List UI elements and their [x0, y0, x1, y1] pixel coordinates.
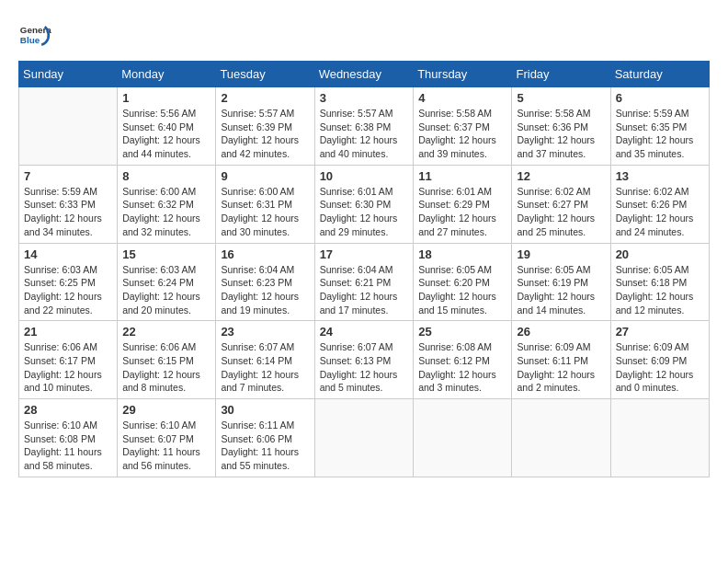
- weekday-header-saturday: Saturday: [610, 62, 709, 87]
- weekday-header-friday: Friday: [512, 62, 610, 87]
- day-number: 8: [122, 169, 210, 183]
- day-number: 28: [24, 403, 112, 417]
- day-number: 2: [221, 91, 309, 105]
- day-detail: Sunrise: 6:05 AM Sunset: 6:18 PM Dayligh…: [616, 263, 704, 317]
- calendar-cell: 9Sunrise: 6:00 AM Sunset: 6:31 PM Daylig…: [216, 165, 314, 243]
- calendar-cell: 25Sunrise: 6:08 AM Sunset: 6:12 PM Dayli…: [414, 321, 512, 399]
- weekday-header-monday: Monday: [118, 62, 216, 87]
- day-number: 16: [221, 247, 309, 261]
- day-detail: Sunrise: 6:09 AM Sunset: 6:09 PM Dayligh…: [616, 340, 704, 395]
- day-detail: Sunrise: 5:56 AM Sunset: 6:40 PM Dayligh…: [122, 107, 210, 161]
- day-detail: Sunrise: 6:10 AM Sunset: 6:07 PM Dayligh…: [122, 419, 210, 473]
- day-detail: Sunrise: 6:00 AM Sunset: 6:31 PM Dayligh…: [221, 185, 309, 239]
- day-number: 17: [320, 247, 409, 261]
- day-number: 4: [418, 91, 506, 105]
- weekday-header-thursday: Thursday: [414, 62, 512, 87]
- calendar-cell: 6Sunrise: 5:59 AM Sunset: 6:35 PM Daylig…: [610, 87, 709, 166]
- day-number: 7: [24, 169, 112, 183]
- calendar-cell: [610, 399, 709, 477]
- calendar-cell: 7Sunrise: 5:59 AM Sunset: 6:33 PM Daylig…: [19, 165, 118, 243]
- day-detail: Sunrise: 6:03 AM Sunset: 6:25 PM Dayligh…: [24, 263, 112, 317]
- day-detail: Sunrise: 6:11 AM Sunset: 6:06 PM Dayligh…: [221, 419, 309, 473]
- day-detail: Sunrise: 5:59 AM Sunset: 6:35 PM Dayligh…: [616, 107, 704, 161]
- day-detail: Sunrise: 6:04 AM Sunset: 6:23 PM Dayligh…: [221, 263, 309, 317]
- day-number: 25: [418, 325, 506, 339]
- logo-icon: General Blue: [18, 18, 51, 52]
- calendar-week-row: 7Sunrise: 5:59 AM Sunset: 6:33 PM Daylig…: [19, 165, 710, 243]
- day-detail: Sunrise: 6:07 AM Sunset: 6:14 PM Dayligh…: [221, 340, 309, 395]
- calendar-cell: 4Sunrise: 5:58 AM Sunset: 6:37 PM Daylig…: [414, 87, 512, 166]
- day-number: 24: [320, 325, 409, 339]
- calendar-cell: 8Sunrise: 6:00 AM Sunset: 6:32 PM Daylig…: [118, 165, 216, 243]
- calendar-cell: 3Sunrise: 5:57 AM Sunset: 6:38 PM Daylig…: [314, 87, 414, 166]
- day-detail: Sunrise: 6:03 AM Sunset: 6:24 PM Dayligh…: [122, 263, 210, 317]
- day-detail: Sunrise: 6:02 AM Sunset: 6:27 PM Dayligh…: [517, 185, 605, 239]
- day-detail: Sunrise: 6:02 AM Sunset: 6:26 PM Dayligh…: [616, 185, 704, 239]
- calendar-cell: 15Sunrise: 6:03 AM Sunset: 6:24 PM Dayli…: [118, 243, 216, 321]
- weekday-header-tuesday: Tuesday: [216, 62, 314, 87]
- day-detail: Sunrise: 6:04 AM Sunset: 6:21 PM Dayligh…: [320, 263, 409, 317]
- day-number: 22: [122, 325, 210, 339]
- calendar-cell: [314, 399, 414, 477]
- day-detail: Sunrise: 6:00 AM Sunset: 6:32 PM Dayligh…: [122, 185, 210, 239]
- calendar-cell: 30Sunrise: 6:11 AM Sunset: 6:06 PM Dayli…: [216, 399, 314, 477]
- day-number: 14: [24, 247, 112, 261]
- day-detail: Sunrise: 5:57 AM Sunset: 6:39 PM Dayligh…: [221, 107, 309, 161]
- day-number: 30: [221, 403, 309, 417]
- day-number: 23: [221, 325, 309, 339]
- day-detail: Sunrise: 6:01 AM Sunset: 6:30 PM Dayligh…: [320, 185, 409, 239]
- weekday-header-wednesday: Wednesday: [314, 62, 414, 87]
- calendar-cell: 1Sunrise: 5:56 AM Sunset: 6:40 PM Daylig…: [118, 87, 216, 166]
- calendar-cell: 26Sunrise: 6:09 AM Sunset: 6:11 PM Dayli…: [512, 321, 610, 399]
- calendar-cell: 16Sunrise: 6:04 AM Sunset: 6:23 PM Dayli…: [216, 243, 314, 321]
- calendar-cell: 13Sunrise: 6:02 AM Sunset: 6:26 PM Dayli…: [610, 165, 709, 243]
- calendar-week-row: 1Sunrise: 5:56 AM Sunset: 6:40 PM Daylig…: [19, 87, 710, 166]
- day-number: 11: [418, 169, 506, 183]
- calendar-cell: 11Sunrise: 6:01 AM Sunset: 6:29 PM Dayli…: [414, 165, 512, 243]
- page-header: General Blue: [18, 18, 710, 52]
- day-number: 18: [418, 247, 506, 261]
- day-detail: Sunrise: 6:06 AM Sunset: 6:15 PM Dayligh…: [122, 340, 210, 395]
- day-number: 12: [517, 169, 605, 183]
- day-number: 20: [616, 247, 704, 261]
- calendar-cell: 10Sunrise: 6:01 AM Sunset: 6:30 PM Dayli…: [314, 165, 414, 243]
- calendar-week-row: 28Sunrise: 6:10 AM Sunset: 6:08 PM Dayli…: [19, 399, 710, 477]
- day-number: 15: [122, 247, 210, 261]
- calendar-cell: [19, 87, 118, 166]
- day-number: 29: [122, 403, 210, 417]
- day-detail: Sunrise: 6:09 AM Sunset: 6:11 PM Dayligh…: [517, 340, 605, 395]
- day-detail: Sunrise: 6:10 AM Sunset: 6:08 PM Dayligh…: [24, 419, 112, 473]
- calendar-week-row: 14Sunrise: 6:03 AM Sunset: 6:25 PM Dayli…: [19, 243, 710, 321]
- day-number: 9: [221, 169, 309, 183]
- day-number: 10: [320, 169, 409, 183]
- day-number: 27: [616, 325, 704, 339]
- day-number: 3: [320, 91, 409, 105]
- day-detail: Sunrise: 6:07 AM Sunset: 6:13 PM Dayligh…: [320, 340, 409, 395]
- day-number: 6: [616, 91, 704, 105]
- day-detail: Sunrise: 6:06 AM Sunset: 6:17 PM Dayligh…: [24, 340, 112, 395]
- day-number: 1: [122, 91, 210, 105]
- calendar-cell: 19Sunrise: 6:05 AM Sunset: 6:19 PM Dayli…: [512, 243, 610, 321]
- calendar-header-row: SundayMondayTuesdayWednesdayThursdayFrid…: [19, 62, 710, 87]
- calendar-cell: 12Sunrise: 6:02 AM Sunset: 6:27 PM Dayli…: [512, 165, 610, 243]
- day-number: 5: [517, 91, 605, 105]
- calendar-cell: 28Sunrise: 6:10 AM Sunset: 6:08 PM Dayli…: [19, 399, 118, 477]
- day-detail: Sunrise: 6:05 AM Sunset: 6:20 PM Dayligh…: [418, 263, 506, 317]
- calendar-cell: 21Sunrise: 6:06 AM Sunset: 6:17 PM Dayli…: [19, 321, 118, 399]
- calendar-cell: 18Sunrise: 6:05 AM Sunset: 6:20 PM Dayli…: [414, 243, 512, 321]
- day-detail: Sunrise: 5:58 AM Sunset: 6:36 PM Dayligh…: [517, 107, 605, 161]
- day-detail: Sunrise: 5:59 AM Sunset: 6:33 PM Dayligh…: [24, 185, 112, 239]
- calendar-cell: [414, 399, 512, 477]
- calendar-cell: 29Sunrise: 6:10 AM Sunset: 6:07 PM Dayli…: [118, 399, 216, 477]
- calendar-table: SundayMondayTuesdayWednesdayThursdayFrid…: [18, 61, 710, 477]
- calendar-cell: 2Sunrise: 5:57 AM Sunset: 6:39 PM Daylig…: [216, 87, 314, 166]
- calendar-cell: 20Sunrise: 6:05 AM Sunset: 6:18 PM Dayli…: [610, 243, 709, 321]
- day-number: 19: [517, 247, 605, 261]
- calendar-cell: 5Sunrise: 5:58 AM Sunset: 6:36 PM Daylig…: [512, 87, 610, 166]
- calendar-cell: 14Sunrise: 6:03 AM Sunset: 6:25 PM Dayli…: [19, 243, 118, 321]
- calendar-cell: [512, 399, 610, 477]
- day-detail: Sunrise: 6:05 AM Sunset: 6:19 PM Dayligh…: [517, 263, 605, 317]
- calendar-cell: 22Sunrise: 6:06 AM Sunset: 6:15 PM Dayli…: [118, 321, 216, 399]
- weekday-header-sunday: Sunday: [19, 62, 118, 87]
- calendar-cell: 27Sunrise: 6:09 AM Sunset: 6:09 PM Dayli…: [610, 321, 709, 399]
